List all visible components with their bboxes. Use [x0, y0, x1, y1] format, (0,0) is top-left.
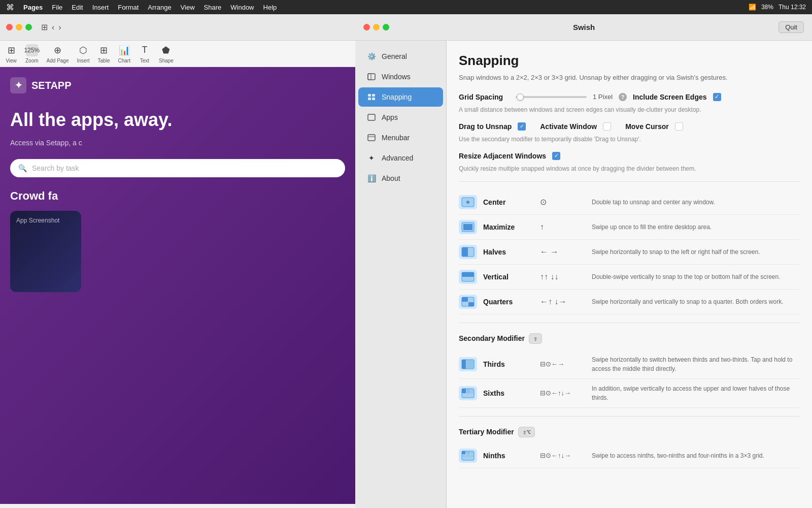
sidebar-label-menubar: Menubar: [382, 134, 410, 142]
forward-icon[interactable]: ›: [58, 23, 61, 32]
maximize-snap-gesture: ↑: [540, 223, 586, 232]
toolbar-chart[interactable]: 📊 Chart: [118, 44, 130, 64]
svg-rect-2: [368, 94, 371, 97]
toolbar-view[interactable]: ⊞ View: [5, 44, 17, 64]
halves-snap-icon: [459, 245, 477, 259]
divider-2: [459, 323, 800, 323]
general-icon: ⚙️: [366, 51, 377, 61]
toolbar-add-page[interactable]: ⊕ Add Page: [47, 44, 69, 64]
ninths-snap-gesture: ⊟⊙←↑↓→: [540, 452, 586, 459]
quit-button[interactable]: Quit: [779, 21, 804, 33]
center-gesture-symbol: ⊙: [540, 197, 547, 207]
minimize-button-swish[interactable]: [373, 24, 380, 30]
sidebar-item-snapping[interactable]: Snapping: [358, 87, 443, 107]
quarters-snap-desc: Swipe horizontally and vertically to sna…: [592, 297, 800, 306]
sidebar-item-general[interactable]: ⚙️ General: [358, 47, 443, 66]
sidebar-toggle-icon[interactable]: ⊞: [41, 22, 48, 32]
include-screen-edges-checkbox[interactable]: ✓: [713, 93, 721, 101]
svg-point-10: [466, 201, 469, 204]
clock: Thu 12:32: [779, 4, 806, 11]
menu-pages[interactable]: Pages: [23, 4, 43, 11]
menu-format[interactable]: Format: [118, 4, 139, 11]
sixths-gesture-symbol: ⊟⊙←↑↓→: [540, 389, 571, 397]
menu-arrange[interactable]: Arrange: [148, 4, 171, 11]
setapp-logo-text: SETAPP: [31, 80, 72, 91]
sidebar-label-windows: Windows: [382, 73, 411, 81]
sidebar-item-advanced[interactable]: ✦ Advanced: [358, 148, 443, 168]
menu-insert[interactable]: Insert: [92, 4, 109, 11]
toolbar-shape[interactable]: ⬟ Shape: [159, 44, 174, 64]
toolbar-text[interactable]: T Text: [139, 44, 151, 64]
app-thumbnail[interactable]: App Screenshot: [10, 211, 81, 292]
sixths-snap-name: Sixths: [483, 389, 534, 397]
sidebar-item-windows[interactable]: Windows: [358, 67, 443, 86]
include-screen-edges-label: Include Screen Edges: [633, 93, 707, 101]
advanced-icon: ✦: [366, 153, 377, 163]
svg-rect-19: [468, 302, 474, 306]
ninths-snap-desc: Swipe to access ninths, two-ninths and f…: [592, 451, 800, 460]
svg-rect-31: [462, 455, 465, 457]
sidebar-item-apps[interactable]: Apps: [358, 108, 443, 127]
toolbar-insert[interactable]: ⬡ Insert: [77, 44, 90, 64]
menu-edit[interactable]: Edit: [72, 4, 83, 11]
sidebar-label-general: General: [382, 52, 407, 60]
grid-spacing-help[interactable]: ?: [619, 93, 627, 101]
activate-window-label: Activate Window: [540, 122, 597, 131]
resize-adjacent-row: Resize Adjacent Windows ✓: [459, 152, 800, 160]
thirds-snap-icon: [459, 357, 477, 371]
toolbar-table[interactable]: ⊞ Table: [98, 44, 110, 64]
svg-rect-26: [470, 389, 474, 393]
svg-rect-14: [462, 247, 468, 257]
snap-item-vertical: Vertical ↑↑ ↓↓ Double-swipe vertically t…: [459, 265, 800, 290]
swish-main-content: Snapping Snap windows to a 2×2, 2×3 or 3…: [447, 41, 812, 508]
secondary-modifier-badge: ⇧: [529, 333, 542, 344]
snapping-page-title: Snapping: [459, 53, 800, 69]
battery-indicator: 38%: [761, 4, 773, 11]
close-button-swish[interactable]: [363, 24, 370, 30]
swish-titlebar: Swish Quit: [355, 14, 812, 41]
minimize-button-pages[interactable]: [16, 24, 22, 30]
sixths-snap-gesture: ⊟⊙←↑↓→: [540, 389, 586, 397]
about-icon: ℹ️: [366, 173, 377, 183]
menu-help[interactable]: Help: [263, 4, 277, 11]
svg-rect-30: [471, 451, 474, 454]
divider-3: [459, 416, 800, 417]
sidebar-item-menubar[interactable]: Menubar: [358, 128, 443, 147]
ninths-snap-name: Ninths: [483, 452, 534, 460]
activate-window-checkbox[interactable]: [603, 122, 611, 131]
svg-rect-29: [466, 451, 470, 454]
halves-snap-gesture: ← →: [540, 247, 586, 257]
thirds-snap-gesture: ⊟⊙←→: [540, 360, 586, 368]
svg-rect-5: [372, 98, 375, 100]
menu-window[interactable]: Window: [230, 4, 254, 11]
close-button-pages[interactable]: [6, 24, 13, 30]
drag-to-unsnap-checkbox[interactable]: ✓: [518, 122, 526, 131]
menu-view[interactable]: View: [181, 4, 195, 11]
resize-adjacent-checkbox[interactable]: ✓: [552, 152, 560, 160]
sidebar-label-about: About: [382, 174, 400, 182]
maximize-button-pages[interactable]: [25, 24, 32, 30]
sidebar-item-about[interactable]: ℹ️ About: [358, 169, 443, 188]
grid-spacing-row: Grid Spacing 1 Pixel ? Include Screen Ed…: [459, 93, 800, 101]
svg-rect-6: [368, 114, 375, 120]
menu-share[interactable]: Share: [204, 4, 222, 11]
svg-rect-18: [462, 297, 468, 302]
apple-menu[interactable]: ⌘: [6, 3, 14, 12]
setapp-search-bar[interactable]: 🔍 Search by task: [10, 159, 345, 177]
menubar-icon: [366, 133, 377, 143]
grid-spacing-value: 1 Pixel: [593, 93, 613, 101]
back-icon[interactable]: ‹: [52, 23, 54, 32]
secondary-modifier-label: Secondary Modifier: [459, 334, 525, 342]
maximize-button-swish[interactable]: [383, 24, 389, 30]
sixths-snap-desc: In addition, swipe vertically to access …: [592, 384, 800, 402]
menu-file[interactable]: File: [52, 4, 62, 11]
toolbar-zoom[interactable]: 125% Zoom: [25, 44, 39, 64]
move-cursor-checkbox[interactable]: [675, 122, 683, 131]
modifier-desc: Use the secondary modifier to temporaril…: [459, 135, 800, 144]
snap-item-ninths: Ninths ⊟⊙←↑↓→ Swipe to access ninths, tw…: [459, 443, 800, 468]
windows-icon: [366, 72, 377, 82]
vertical-snap-desc: Double-swipe vertically to snap to the t…: [592, 272, 800, 281]
search-icon: 🔍: [18, 164, 27, 172]
grid-spacing-slider[interactable]: [516, 96, 587, 98]
halves-gesture-symbol: ← →: [540, 247, 558, 257]
